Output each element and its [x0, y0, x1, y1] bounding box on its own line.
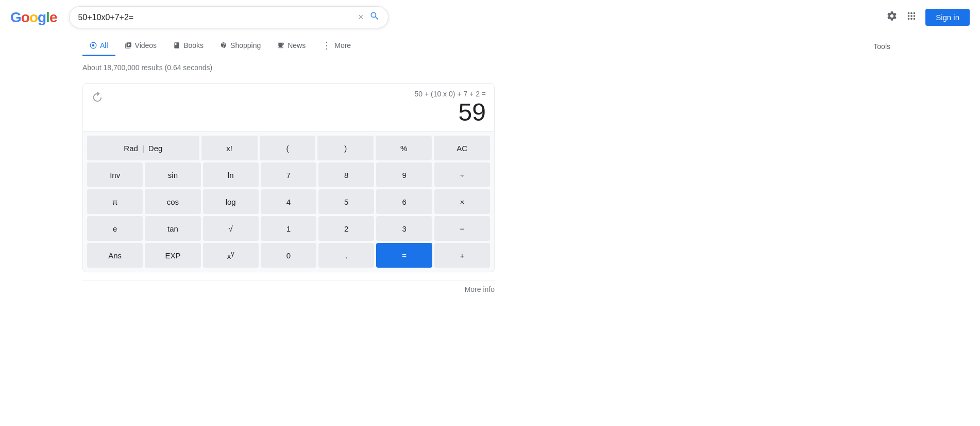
calc-btn-rad-deg[interactable]: Rad | Deg [87, 136, 199, 160]
calc-row-4: e tan √ 1 2 3 − [87, 216, 490, 241]
calc-row-3: π cos log 4 5 6 × [87, 189, 490, 214]
header: Google × Sign in [0, 0, 980, 35]
calculator-display: 50 + (10 x 0) + 7 + 2 = 59 [82, 83, 495, 132]
calc-result: 59 [109, 100, 486, 125]
all-icon [90, 42, 97, 49]
calc-btn-subtract[interactable]: − [434, 216, 490, 241]
results-info: About 18,700,000 results (0.64 seconds) [0, 60, 980, 75]
logo-o2: o [29, 9, 38, 26]
calc-row-2: Inv sin ln 7 8 9 ÷ [87, 162, 490, 187]
nav-item-shopping[interactable]: Shopping [213, 36, 268, 56]
calc-btn-9[interactable]: 9 [376, 162, 432, 187]
calc-row-1: Rad | Deg x! ( ) % AC [87, 136, 490, 160]
calc-btn-1[interactable]: 1 [261, 216, 316, 241]
svg-point-1 [92, 44, 95, 47]
logo-o1: o [21, 9, 29, 26]
header-right: Sign in [886, 9, 970, 26]
google-logo[interactable]: Google [10, 9, 57, 26]
calc-btn-add[interactable]: + [434, 243, 490, 268]
deg-label: Deg [148, 144, 163, 153]
calc-btn-e[interactable]: e [87, 216, 143, 241]
search-input[interactable] [78, 13, 358, 22]
logo-l: l [46, 9, 49, 26]
calc-expression: 50 + (10 x 0) + 7 + 2 = [109, 90, 486, 98]
calculator-buttons: Rad | Deg x! ( ) % AC Inv sin ln 7 8 9 ÷… [82, 132, 495, 272]
shopping-icon [220, 42, 227, 49]
logo-G: G [10, 9, 21, 26]
history-icon[interactable] [91, 92, 103, 106]
more-dots-icon: ⋮ [322, 40, 331, 51]
nav-item-books[interactable]: Books [166, 36, 211, 56]
clear-icon[interactable]: × [358, 12, 364, 23]
calc-btn-exp[interactable]: EXP [145, 243, 200, 268]
search-bar: × [69, 6, 388, 28]
calc-btn-2[interactable]: 2 [318, 216, 374, 241]
calc-btn-7[interactable]: 7 [261, 162, 316, 187]
books-icon [173, 42, 180, 49]
logo-e: e [49, 9, 57, 26]
calc-btn-multiply[interactable]: × [434, 189, 490, 214]
calc-btn-pi[interactable]: π [87, 189, 143, 214]
rad-label: Rad [124, 144, 138, 153]
nav-tools[interactable]: Tools [866, 37, 898, 56]
news-icon [277, 42, 284, 49]
calc-btn-factorial[interactable]: x! [201, 136, 258, 160]
calc-btn-0[interactable]: 0 [261, 243, 316, 268]
nav-item-news[interactable]: News [270, 36, 313, 56]
calculator: 50 + (10 x 0) + 7 + 2 = 59 Rad | Deg x! … [82, 83, 495, 272]
calc-btn-3[interactable]: 3 [376, 216, 432, 241]
calc-btn-inv[interactable]: Inv [87, 162, 143, 187]
calc-btn-8[interactable]: 8 [318, 162, 374, 187]
calc-btn-cos[interactable]: cos [145, 189, 200, 214]
calc-btn-divide[interactable]: ÷ [434, 162, 490, 187]
calc-btn-percent[interactable]: % [376, 136, 432, 160]
calc-btn-sqrt[interactable]: √ [203, 216, 259, 241]
calc-btn-dot[interactable]: . [318, 243, 374, 268]
search-icon [369, 11, 380, 21]
nav-item-more[interactable]: ⋮ More [315, 35, 358, 58]
nav-bar: All Videos Books Shopping News ⋮ More To… [0, 35, 980, 58]
calc-btn-ac[interactable]: AC [434, 136, 490, 160]
calc-btn-log[interactable]: log [203, 189, 259, 214]
calc-btn-ln[interactable]: ln [203, 162, 259, 187]
calc-btn-equals[interactable]: = [376, 243, 432, 268]
nav-item-videos[interactable]: Videos [117, 36, 164, 56]
nav-item-all[interactable]: All [82, 36, 115, 56]
videos-icon [125, 42, 132, 49]
calc-row-5: Ans EXP xy 0 . = + [87, 243, 490, 268]
calc-btn-sin[interactable]: sin [145, 162, 200, 187]
calc-expression-area: 50 + (10 x 0) + 7 + 2 = 59 [109, 90, 486, 125]
calc-btn-tan[interactable]: tan [145, 216, 200, 241]
sign-in-button[interactable]: Sign in [925, 9, 970, 26]
logo-g: g [38, 9, 46, 26]
calc-btn-6[interactable]: 6 [376, 189, 432, 214]
search-button[interactable] [369, 11, 380, 24]
more-info[interactable]: More info [82, 281, 495, 293]
calc-btn-xy[interactable]: xy [203, 243, 259, 268]
settings-icon[interactable] [886, 10, 898, 24]
calc-btn-open-paren[interactable]: ( [260, 136, 316, 160]
calc-btn-4[interactable]: 4 [261, 189, 316, 214]
calc-btn-ans[interactable]: Ans [87, 243, 143, 268]
calc-btn-close-paren[interactable]: ) [317, 136, 374, 160]
apps-icon[interactable] [906, 10, 917, 24]
calc-btn-5[interactable]: 5 [318, 189, 374, 214]
